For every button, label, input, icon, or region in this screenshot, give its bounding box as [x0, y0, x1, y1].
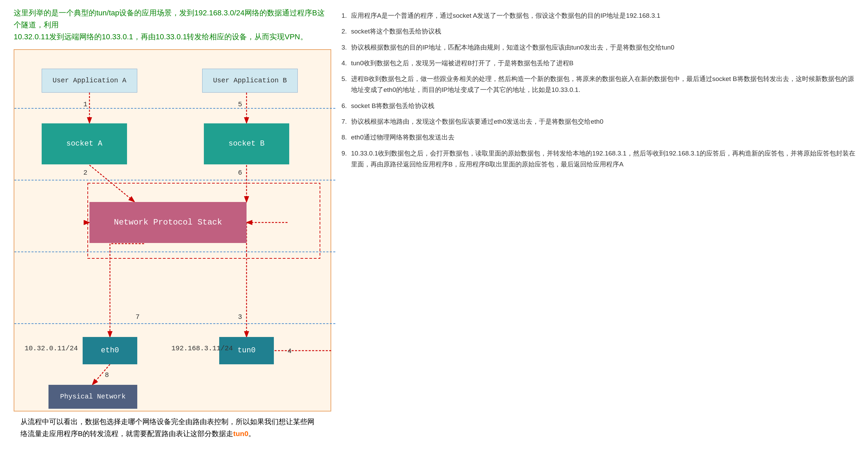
step-num-right-6: 6.: [341, 100, 351, 111]
step-item-9: 9.10.33.0.1收到数据包之后，会打开数据包，读取里面的原始数据包，并转发…: [341, 148, 858, 170]
step-num-5: 5: [238, 100, 242, 108]
step-item-2: 2.socket将这个数据包丢给协议栈: [341, 26, 858, 37]
eth0-box: eth0: [83, 337, 137, 364]
step-num-right-1: 1.: [341, 10, 351, 21]
step-item-5: 5.进程B收到数据包之后，做一些跟业务相关的处理，然后构造一个新的数据包，将原来…: [341, 73, 858, 96]
step-item-6: 6.socket B将数据包丢给协议栈: [341, 100, 858, 111]
step-item-8: 8.eth0通过物理网络将数据包发送出去: [341, 132, 858, 143]
eth0-label: eth0: [101, 346, 119, 355]
bottom-desc-tun: tun0: [233, 430, 248, 437]
step-num-right-3: 3.: [341, 42, 351, 53]
step-num-right-2: 2.: [341, 26, 351, 37]
step-text-2: socket将这个数据包丢给协议栈: [351, 26, 858, 37]
step-text-8: eth0通过物理网络将数据包发送出去: [351, 132, 858, 143]
nps-box: Network Protocol Stack: [89, 202, 247, 243]
physical-network-box: Physical Network: [48, 385, 137, 409]
socket-b-label: socket B: [228, 139, 265, 148]
step-num-right-5: 5.: [341, 73, 351, 84]
step-text-6: socket B将数据包丢给协议栈: [351, 100, 858, 111]
socket-a-box: socket A: [42, 123, 127, 164]
socket-b-box: socket B: [204, 123, 289, 164]
right-panel: 1.应用程序A是一个普通的程序，通过socket A发送了一个数据包，假设这个数…: [335, 3, 868, 460]
step-item-4: 4.tun0收到数据包之后，发现另一端被进程B打开了，于是将数据包丢给了进程B: [341, 58, 858, 69]
step-num-7: 7: [136, 313, 140, 321]
step-num-1: 1: [83, 100, 87, 108]
kernel-boundary-3: [14, 252, 335, 252]
step-num-2: 2: [83, 169, 87, 177]
kernel-boundary-2: [14, 180, 335, 180]
diagram-container: User Application A User Application B so…: [14, 49, 331, 411]
step-text-5: 进程B收到数据包之后，做一些跟业务相关的处理，然后构造一个新的数据包，将原来的数…: [351, 73, 858, 96]
bottom-desc-normal: 从流程中可以看出，数据包选择走哪个网络设备完全由路由表控制，所以如果我们想让某些…: [20, 418, 314, 438]
step-num-8: 8: [105, 371, 109, 379]
step-num-3: 3: [238, 313, 242, 321]
bottom-description: 从流程中可以看出，数据包选择走哪个网络设备完全由路由表控制，所以如果我们想让某些…: [10, 416, 328, 440]
tun0-ip-label: 192.168.3.11/24: [171, 344, 233, 352]
top-description: 这里列举的是一个典型的tun/tap设备的应用场景，发到192.168.3.0/…: [10, 7, 335, 43]
step-text-3: 协议栈根据数据包的目的IP地址，匹配本地路由规则，知道这个数据包应该由tun0发…: [351, 42, 858, 53]
eth0-ip-label: 10.32.0.11/24: [25, 344, 78, 352]
socket-a-label: socket A: [66, 139, 102, 148]
step-text-1: 应用程序A是一个普通的程序，通过socket A发送了一个数据包，假设这个数据包…: [351, 10, 858, 21]
app-b-box: User Application B: [202, 69, 298, 93]
step-item-7: 7.协议栈根据本地路由，发现这个数据包应该要通过eth0发送出去，于是将数据包交…: [341, 116, 858, 127]
app-a-label: User Application A: [53, 77, 126, 84]
kernel-boundary-1: [14, 108, 335, 109]
step-num-right-8: 8.: [341, 132, 351, 143]
app-a-box: User Application A: [42, 69, 137, 93]
app-b-label: User Application B: [213, 77, 287, 84]
svg-line-1: [89, 165, 134, 201]
step-text-7: 协议栈根据本地路由，发现这个数据包应该要通过eth0发送出去，于是将数据包交给e…: [351, 116, 858, 127]
nps-label: Network Protocol Stack: [114, 218, 222, 227]
step-text-4: tun0收到数据包之后，发现另一端被进程B打开了，于是将数据包丢给了进程B: [351, 58, 858, 69]
step-num-4: 4: [288, 347, 292, 355]
step-item-1: 1.应用程序A是一个普通的程序，通过socket A发送了一个数据包，假设这个数…: [341, 10, 858, 21]
kernel-boundary-4: [14, 323, 335, 324]
step-num-6: 6: [238, 169, 242, 177]
bottom-desc-end: 。: [248, 430, 255, 437]
step-num-right-7: 7.: [341, 116, 351, 127]
step-item-3: 3.协议栈根据数据包的目的IP地址，匹配本地路由规则，知道这个数据包应该由tun…: [341, 42, 858, 53]
step-text-9: 10.33.0.1收到数据包之后，会打开数据包，读取里面的原始数据包，并转发给本…: [351, 148, 858, 170]
tun0-label: tun0: [238, 346, 256, 355]
step-num-right-9: 9.: [341, 148, 351, 159]
physical-label: Physical Network: [60, 393, 126, 401]
step-num-right-4: 4.: [341, 58, 351, 69]
